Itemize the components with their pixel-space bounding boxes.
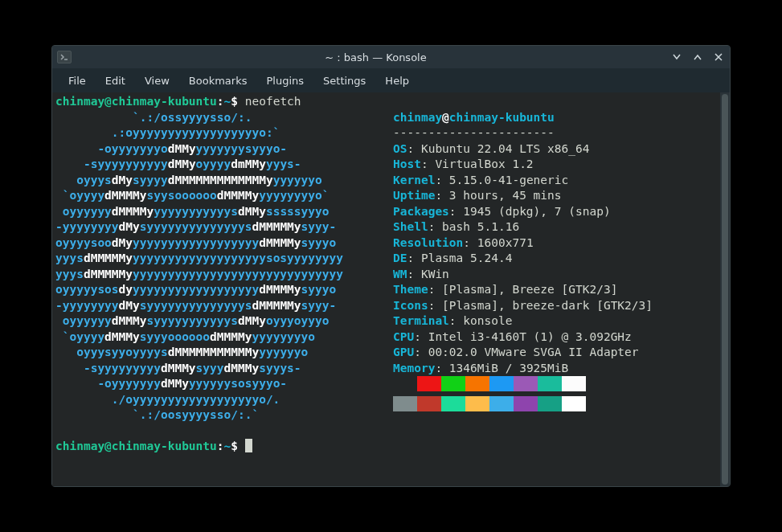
neofetch-info-line [393, 376, 653, 396]
neofetch-info-line: chinmay@chinmay-kubuntu [393, 110, 653, 126]
close-button[interactable] [712, 51, 725, 63]
window-icon-area [57, 51, 81, 63]
neofetch-info-line: ----------------------- [393, 125, 653, 141]
neofetch-info-line: Icons: [Plasma], breeze-dark [GTK2/3] [393, 298, 653, 314]
konsole-window: ~ : bash — Konsole FileEditViewBookmarks… [51, 45, 731, 487]
minimize-button[interactable] [670, 51, 683, 63]
neofetch-info-line: WM: KWin [393, 267, 653, 283]
neofetch-logo: `.:/ossyyyysso/:. .:oyyyyyyyyyyyyyyyyyyo… [55, 110, 393, 424]
scrollbar-thumb[interactable] [722, 94, 728, 485]
neofetch-info-line: Resolution: 1600x771 [393, 235, 653, 252]
neofetch-info-line: Memory: 1346MiB / 3925MiB [393, 361, 653, 377]
menu-plugins[interactable]: Plugins [256, 72, 313, 90]
neofetch-info-line: Terminal: konsole [393, 313, 653, 329]
menu-settings[interactable]: Settings [313, 72, 375, 90]
menu-help[interactable]: Help [375, 72, 419, 90]
neofetch-info-line: CPU: Intel i3-4160T (1) @ 3.092GHz [393, 329, 653, 346]
terminal-area: chinmay@chinmay-kubuntu:~$ neofetch `.:/… [52, 92, 730, 486]
neofetch-info-line: OS: Kubuntu 22.04 LTS x86_64 [393, 141, 653, 158]
prompt-icon [57, 51, 72, 63]
neofetch-info: chinmay@chinmay-kubuntu-----------------… [393, 110, 653, 416]
neofetch-info-line: Uptime: 3 hours, 45 mins [393, 188, 653, 204]
neofetch-info-line: DE: Plasma 5.24.4 [393, 251, 653, 267]
maximize-button[interactable] [691, 51, 704, 63]
window-controls [670, 51, 725, 63]
neofetch-info-line: Packages: 1945 (dpkg), 7 (snap) [393, 204, 653, 220]
neofetch-info-line: Theme: [Plasma], Breeze [GTK2/3] [393, 282, 653, 298]
neofetch-info-line [393, 396, 653, 416]
neofetch-info-line: Shell: bash 5.1.16 [393, 219, 653, 235]
neofetch-info-line: Host: VirtualBox 1.2 [393, 157, 653, 173]
titlebar[interactable]: ~ : bash — Konsole [52, 46, 730, 68]
cursor [245, 439, 252, 452]
neofetch-info-line: GPU: 00:02.0 VMware SVGA II Adapter [393, 345, 653, 361]
window-title: ~ : bash — Konsole [81, 51, 670, 63]
terminal[interactable]: chinmay@chinmay-kubuntu:~$ neofetch `.:/… [52, 92, 720, 486]
menu-view[interactable]: View [135, 72, 179, 90]
scrollbar[interactable] [720, 92, 730, 486]
menubar: FileEditViewBookmarksPluginsSettingsHelp [52, 68, 730, 92]
menu-edit[interactable]: Edit [96, 72, 135, 90]
menu-bookmarks[interactable]: Bookmarks [179, 72, 257, 90]
menu-file[interactable]: File [59, 72, 96, 90]
neofetch-info-line: Kernel: 5.15.0-41-generic [393, 173, 653, 189]
